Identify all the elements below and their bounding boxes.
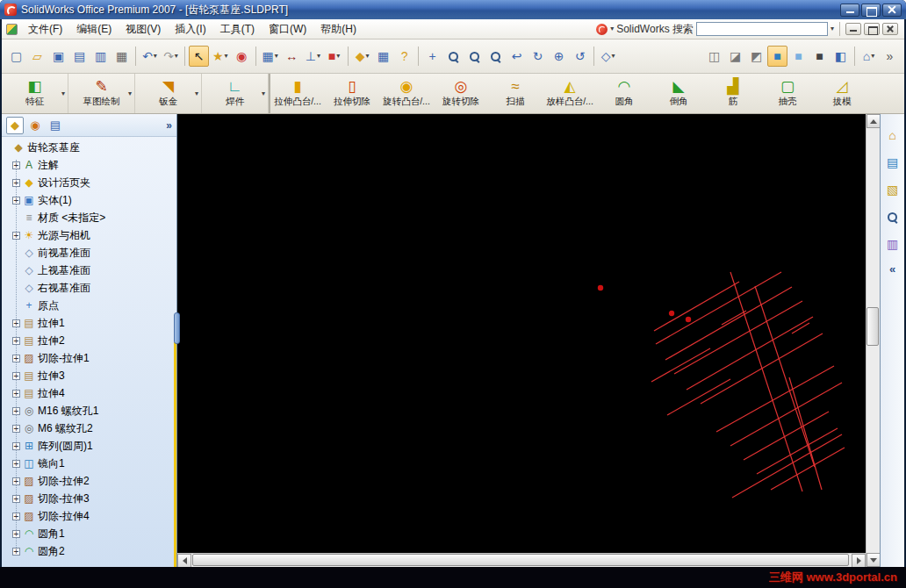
lofted-boss-button[interactable]: ◭放样凸台/... [543,74,597,113]
expand-icon[interactable] [12,337,20,345]
tree-item-1[interactable]: ◆设计活页夹 [2,174,176,191]
expand-icon[interactable] [12,372,20,380]
sweep-button[interactable]: ≈扫描 [488,74,543,113]
sketch-entities-button[interactable]: ■ [324,46,344,67]
scroll-down-button[interactable] [866,553,881,567]
features-group-button[interactable]: ◧特征 [2,74,68,113]
tree-item-19[interactable]: ▨切除-拉伸3 [2,490,176,507]
scroll-left-button[interactable] [177,554,191,568]
solidworks-search-logo-icon[interactable] [596,24,608,35]
sketch-line[interactable] [744,412,829,460]
featuremanager-tab[interactable]: ◆ [6,117,24,134]
horizontal-scroll-thumb[interactable] [192,554,849,566]
previous-view-button[interactable]: ↩ [507,46,527,67]
tree-item-4[interactable]: ☀光源与相机 [2,226,176,244]
tree-item-22[interactable]: ◠圆角2 [2,542,176,560]
redo-button[interactable]: ↷ [161,46,181,67]
tree-item-21[interactable]: ◠圆角1 [2,525,176,542]
search-pane-button[interactable] [884,208,902,226]
expand-icon[interactable] [12,530,20,538]
help-button[interactable]: ? [394,46,414,67]
save-button[interactable]: ▣ [48,46,68,67]
3d-drawing-view-button[interactable]: ◇ [598,46,618,67]
refresh-view-button[interactable]: ↻ [528,46,548,67]
search-options-icon[interactable] [830,25,834,32]
propertymanager-tab[interactable]: ◉ [26,117,44,134]
section-view-button[interactable]: ◧ [830,46,851,67]
configurationmanager-tab[interactable]: ▤ [47,117,64,134]
sketch-line[interactable] [687,317,813,390]
expand-icon[interactable] [12,161,20,169]
expand-icon[interactable] [12,319,20,327]
display-hidden-lines-visible-button[interactable]: ◪ [725,46,745,67]
title-bar[interactable]: SolidWorks Office Premium 2007 - [齿轮泵基座.… [0,0,906,19]
print-button[interactable]: ▦ [111,46,132,67]
document-system-icon[interactable] [6,24,18,35]
document-minimize-button[interactable] [845,23,861,35]
graphics-viewport[interactable] [177,114,866,553]
sketch-line[interactable] [716,366,834,432]
tree-item-17[interactable]: ◫镜向1 [2,455,176,472]
menu-item-2[interactable]: 视图(V) [119,19,168,39]
select-button[interactable]: ↖ [189,46,209,67]
minimize-button[interactable] [840,4,859,17]
menu-item-3[interactable]: 插入(I) [168,19,212,39]
sketch-line[interactable] [654,282,739,331]
view-settings-button[interactable]: ◉ [232,46,252,67]
expand-icon[interactable] [12,442,20,450]
expand-icon[interactable] [12,232,20,240]
sketch-line[interactable] [665,287,792,360]
tree-item-15[interactable]: ◎M6 螺纹孔2 [2,419,176,437]
design-table-button[interactable]: ▦ [373,46,393,67]
document-restore-button[interactable] [864,23,880,35]
extruded-boss-button[interactable]: ▮拉伸凸台/... [270,74,325,113]
expand-icon[interactable] [12,513,20,520]
sketch-point[interactable] [669,311,674,316]
solidworks-app-icon[interactable] [4,4,17,16]
tree-item-7[interactable]: ◇右视基准面 [2,279,176,297]
file-explorer-button[interactable]: ▧ [884,181,902,198]
toolbar-overflow-button[interactable]: » [880,46,900,67]
measure-button[interactable]: + [422,46,442,67]
tree-item-10[interactable]: ▤拉伸2 [2,332,176,349]
tree-item-20[interactable]: ▨切除-拉伸4 [2,507,176,525]
task-pane-collapse-chevron[interactable]: « [889,262,895,276]
revolved-boss-button[interactable]: ◉旋转凸台/... [379,74,434,113]
sketch-line[interactable] [667,379,730,415]
zoom-to-fit-button[interactable] [443,46,464,67]
zoom-to-area-button[interactable] [464,46,485,67]
sketch-line[interactable] [757,428,838,474]
fillet-button[interactable]: ◠圆角 [597,74,651,113]
maximize-button[interactable] [861,4,881,17]
vertical-scroll-thumb[interactable] [866,307,879,346]
sketch-point[interactable] [598,285,603,290]
view-orientation-button[interactable]: ⌂ [859,46,879,67]
tree-item-11[interactable]: ▨切除-拉伸1 [2,349,176,367]
chamfer-button[interactable]: ◣倒角 [651,74,706,113]
display-shaded-with-edges-button[interactable]: ■ [767,46,787,67]
sketch-line[interactable] [792,323,809,333]
expand-icon[interactable] [12,355,20,362]
expand-icon[interactable] [12,407,20,415]
undo-button[interactable]: ↶ [140,46,160,67]
menu-item-1[interactable]: 编辑(E) [69,19,119,39]
draft-button[interactable]: ◿拔模 [815,74,869,113]
tree-item-2[interactable]: ▣实体(1) [2,191,176,209]
scroll-right-button[interactable] [852,554,866,568]
document-close-button[interactable] [882,23,898,35]
menu-item-0[interactable]: 文件(F) [21,19,69,39]
smart-dimension-button[interactable]: ↔ [282,46,302,67]
pan-button[interactable]: ⊕ [549,46,569,67]
expand-icon[interactable] [12,197,20,204]
sketch-line[interactable] [674,301,802,374]
sketch-line[interactable] [722,311,746,325]
display-shaded-button[interactable]: ■ [788,46,809,67]
make-drawing-from-part-button[interactable]: ▤ [69,46,90,67]
expand-icon[interactable] [12,548,20,556]
scroll-up-button[interactable] [866,114,881,128]
sketch-relations-button[interactable]: ⊥ [303,46,323,67]
tree-item-12[interactable]: ▤拉伸3 [2,367,176,384]
search-dropdown-icon[interactable] [610,25,614,32]
expand-icon[interactable] [12,425,20,433]
tree-item-16[interactable]: ⊞阵列(圆周)1 [2,437,176,455]
